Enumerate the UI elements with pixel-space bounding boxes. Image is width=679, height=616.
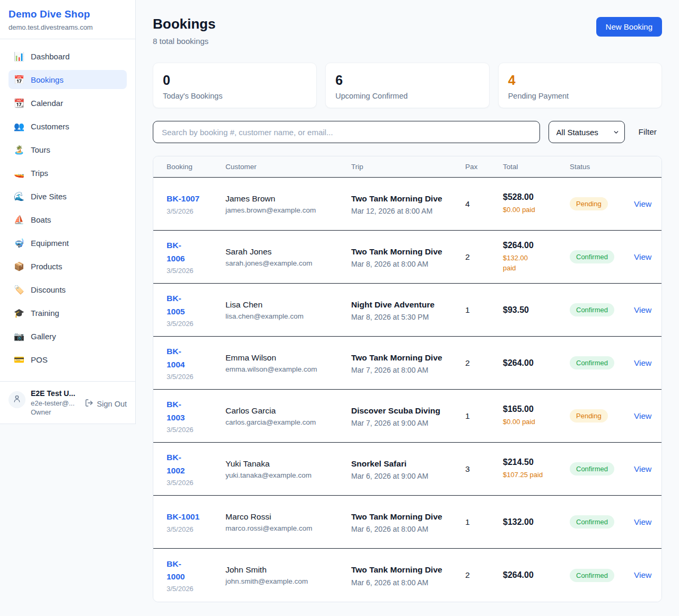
total-amount: $165.00 — [503, 404, 564, 414]
booking-number-link[interactable]: BK- 1004 — [167, 345, 220, 371]
booking-number-link[interactable]: BK- 1002 — [167, 451, 220, 477]
stat-card-pending-payment: 4 Pending Payment — [498, 63, 662, 108]
booking-date: 3/5/2026 — [167, 320, 220, 328]
booking-number-link[interactable]: BK- 1003 — [167, 398, 220, 424]
status-badge: Pending — [570, 409, 608, 423]
new-booking-button[interactable]: New Booking — [596, 17, 662, 37]
trip-cell: Discover Scuba DivingMar 7, 2026 at 9:00… — [351, 404, 465, 427]
sidebar-item-label: Trips — [31, 169, 48, 178]
sidebar-item-discounts[interactable]: 🏷️Discounts — [8, 280, 127, 299]
status-cell: Confirmed — [570, 250, 634, 263]
sidebar-item-trips[interactable]: 🚤Trips — [8, 163, 127, 182]
sidebar-item-boats[interactable]: ⛵Boats — [8, 210, 127, 229]
sidebar-item-label: Products — [31, 262, 62, 271]
booking-number-link[interactable]: BK- 1005 — [167, 292, 220, 318]
total-amount: $132.00 — [503, 517, 564, 527]
sidebar-item-dashboard[interactable]: 📊Dashboard — [8, 47, 127, 66]
sidebar-nav: 📊Dashboard📅Bookings📆Calendar👥Customers🏝️… — [0, 39, 135, 381]
trip-cell: Two Tank Morning DiveMar 6, 2026 at 8:00… — [351, 511, 465, 533]
column-header-booking: Booking — [167, 163, 225, 171]
table-row: BK- 10003/5/2026John Smithjohn.smith@exa… — [153, 549, 661, 602]
table-row: BK- 10063/5/2026Sarah Jonessarah.jones@e… — [153, 231, 661, 284]
pos-icon: 💳 — [14, 355, 24, 365]
sidebar-item-pos[interactable]: 💳POS — [8, 350, 127, 369]
view-link[interactable]: View — [634, 305, 651, 314]
booking-cell: BK-10013/5/2026 — [167, 511, 225, 533]
booking-date: 3/5/2026 — [167, 373, 220, 381]
customer-email: yuki.tanaka@example.com — [225, 471, 346, 479]
sidebar-item-customers[interactable]: 👥Customers — [8, 117, 127, 136]
training-icon: 🎓 — [14, 308, 24, 318]
search-input[interactable] — [153, 121, 540, 143]
total-amount: $264.00 — [503, 570, 564, 580]
status-filter: All Statuses — [549, 121, 625, 143]
sidebar-item-dive-sites[interactable]: 🌊Dive Sites — [8, 187, 127, 206]
status-badge: Pending — [570, 197, 608, 210]
total-cell: $528.00$0.00 paid — [503, 192, 570, 215]
view-link[interactable]: View — [634, 358, 651, 367]
customer-email: sarah.jones@example.com — [225, 259, 346, 267]
shop-name: Demo Dive Shop — [8, 8, 127, 20]
trips-icon: 🚤 — [14, 168, 24, 178]
filter-controls: All Statuses Filter — [153, 121, 662, 143]
sidebar-item-calendar[interactable]: 📆Calendar — [8, 93, 127, 112]
filter-button[interactable]: Filter — [633, 124, 662, 140]
status-badge: Confirmed — [570, 462, 614, 476]
customer-cell: Sarah Jonessarah.jones@example.com — [225, 247, 351, 267]
shop-domain: demo.test.divestreams.com — [8, 23, 127, 31]
trip-datetime: Mar 8, 2026 at 8:00 AM — [351, 260, 460, 268]
user-icon — [13, 394, 21, 405]
customer-email: carlos.garcia@example.com — [225, 418, 346, 426]
view-link[interactable]: View — [634, 411, 651, 420]
sidebar-item-products[interactable]: 📦Products — [8, 257, 127, 276]
sidebar-item-label: Boats — [31, 215, 51, 224]
customer-name: Carlos Garcia — [225, 406, 346, 416]
view-link[interactable]: View — [634, 252, 651, 261]
status-filter-select[interactable]: All Statuses — [549, 121, 625, 143]
table-row: BK- 10033/5/2026Carlos Garciacarlos.garc… — [153, 390, 661, 443]
trip-name: Snorkel Safari — [351, 457, 442, 470]
action-cell: View — [634, 358, 657, 368]
stat-card-upcoming-confirmed: 6 Upcoming Confirmed — [325, 63, 489, 108]
status-cell: Confirmed — [570, 569, 634, 582]
view-link[interactable]: View — [634, 570, 651, 579]
equipment-icon: 🤿 — [14, 238, 24, 248]
view-link[interactable]: View — [634, 199, 651, 208]
sidebar-item-tours[interactable]: 🏝️Tours — [8, 140, 127, 159]
paid-amount: $107.25 paid — [503, 470, 564, 480]
booking-number-link[interactable]: BK- 1000 — [167, 558, 220, 583]
status-badge: Confirmed — [570, 250, 614, 263]
trip-datetime: Mar 6, 2026 at 8:00 AM — [351, 578, 460, 587]
trip-datetime: Mar 6, 2026 at 9:00 AM — [351, 472, 460, 480]
column-header-trip: Trip — [351, 163, 465, 171]
sidebar-item-equipment[interactable]: 🤿Equipment — [8, 233, 127, 252]
customer-email: lisa.chen@example.com — [225, 312, 346, 320]
total-amount: $264.00 — [503, 241, 564, 250]
action-cell: View — [634, 570, 657, 580]
total-cell: $165.00$0.00 paid — [503, 404, 570, 427]
trip-cell: Snorkel SafariMar 6, 2026 at 9:00 AM — [351, 457, 465, 480]
booking-date: 3/5/2026 — [167, 479, 220, 487]
status-cell: Confirmed — [570, 515, 634, 529]
booking-cell: BK- 10023/5/2026 — [167, 451, 225, 486]
view-link[interactable]: View — [634, 464, 651, 473]
status-badge: Confirmed — [570, 515, 614, 529]
booking-number-link[interactable]: BK- 1006 — [167, 239, 220, 265]
status-badge: Confirmed — [570, 569, 614, 582]
action-cell: View — [634, 411, 657, 421]
total-amount: $214.50 — [503, 457, 564, 467]
booking-number-link[interactable]: BK-1001 — [167, 511, 220, 523]
user-footer: E2E Test U... e2e-tester@... Owner Sign … — [0, 381, 135, 424]
sidebar-item-gallery[interactable]: 📷Gallery — [8, 327, 127, 346]
booking-number-link[interactable]: BK-1007 — [167, 192, 220, 205]
customer-cell: James Brownjames.brown@example.com — [225, 194, 351, 214]
total-cell: $264.00 — [503, 358, 570, 368]
action-cell: View — [634, 464, 657, 474]
sign-out-button[interactable]: Sign Out — [85, 399, 127, 409]
sidebar-item-bookings[interactable]: 📅Bookings — [8, 70, 127, 89]
paid-amount: $0.00 paid — [503, 205, 564, 215]
sidebar-item-training[interactable]: 🎓Training — [8, 303, 127, 322]
customer-email: marco.rossi@example.com — [225, 524, 346, 532]
view-link[interactable]: View — [634, 517, 651, 526]
booking-date: 3/5/2026 — [167, 585, 220, 593]
